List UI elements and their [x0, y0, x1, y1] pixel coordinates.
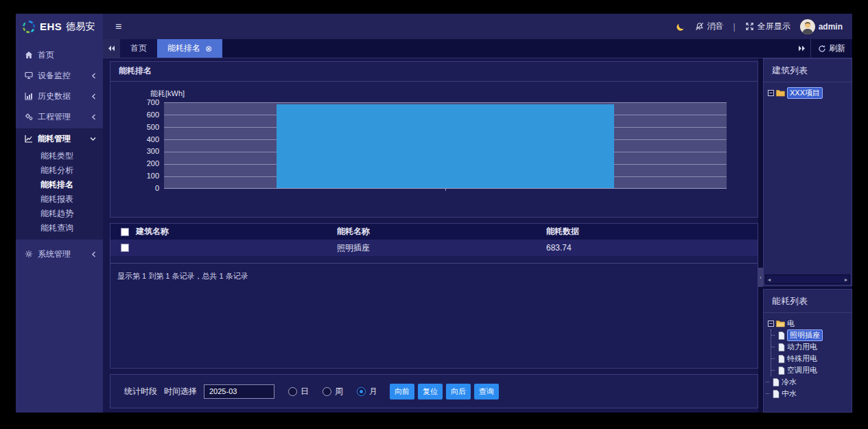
chart-y-axis-label: 能耗[kWh]: [150, 89, 185, 99]
top-header: ≡ 消音 | 全屏显示 admin: [103, 14, 852, 39]
energy-tree-node[interactable]: 特殊用电: [777, 353, 849, 364]
brand-logo: EHS 德易安: [16, 14, 103, 39]
building-list-panel: 建筑列表 − XXX项目 ◂ ▸: [763, 58, 852, 286]
row-checkbox[interactable]: [121, 244, 129, 252]
folder-icon: [776, 89, 785, 97]
building-node-label[interactable]: XXX项目: [787, 87, 823, 99]
query-button[interactable]: 查询: [474, 384, 499, 399]
home-icon: [25, 51, 33, 59]
sidebar-menu: 首页 设备监控 历史数据 工程管理 能耗管理: [16, 39, 103, 413]
fullscreen-button[interactable]: 全屏显示: [745, 21, 790, 32]
next-button[interactable]: 向后: [446, 384, 471, 399]
brand-ehs: EHS: [40, 21, 62, 32]
header-separator: |: [734, 22, 736, 32]
energy-tree-node[interactable]: 动力用电: [777, 341, 849, 353]
energy-tree: − 电 照明插座 动力用电: [764, 313, 852, 412]
energy-tree-node[interactable]: 照明插座: [777, 329, 849, 341]
energy-list-panel: 能耗列表 − 电 照明插座: [763, 289, 852, 413]
tab-home[interactable]: 首页: [120, 39, 157, 58]
mute-button[interactable]: 消音: [695, 21, 724, 32]
tab-close-icon[interactable]: ⊗: [205, 45, 212, 53]
sidebar-item-home[interactable]: 首页: [16, 45, 103, 65]
app-window: EHS 德易安 首页 设备监控 历史数据 工程管理: [16, 14, 852, 413]
x-axis-tick: [445, 188, 446, 191]
radio-day[interactable]: 日: [288, 386, 309, 397]
building-list-title: 建筑列表: [764, 59, 852, 82]
radio-dot: [288, 387, 297, 396]
sidebar-item-system-manage[interactable]: 系统管理: [16, 244, 103, 264]
refresh-label: 刷新: [829, 43, 845, 54]
sidebar-item-device-monitor[interactable]: 设备监控: [16, 65, 103, 86]
energy-node-label[interactable]: 特殊用电: [787, 353, 817, 364]
tree-collapse-icon[interactable]: −: [768, 321, 774, 327]
energy-node-label[interactable]: 空调用电: [787, 365, 817, 375]
refresh-button[interactable]: 刷新: [810, 39, 852, 58]
splitter-handle[interactable]: ‹: [758, 268, 763, 287]
mute-label: 消音: [707, 21, 724, 32]
radio-week[interactable]: 周: [322, 386, 343, 397]
scroll-right-icon[interactable]: ▸: [845, 277, 847, 283]
table-row[interactable]: 照明插座 683.74: [110, 240, 758, 256]
reset-button[interactable]: 复位: [418, 384, 443, 399]
energy-tree-node[interactable]: 空调用电: [777, 364, 849, 376]
radio-dot: [357, 387, 366, 396]
tab-energy-ranking[interactable]: 能耗排名 ⊗: [157, 39, 222, 58]
header-actions: 消音 | 全屏显示 admin: [676, 19, 843, 34]
monitor-icon: [25, 71, 33, 80]
gear-icon: [25, 250, 33, 258]
tabbar-spacer: [222, 39, 793, 58]
moon-icon[interactable]: [676, 22, 685, 32]
y-tick: 400: [147, 135, 159, 143]
sidebar-subitem-energy-analysis[interactable]: 能耗分析: [16, 163, 103, 178]
double-chevron-right-icon: [798, 45, 806, 51]
tree-expander-icon[interactable]: −: [768, 90, 774, 96]
user-menu[interactable]: admin: [800, 19, 843, 34]
energy-node-label[interactable]: 中水: [782, 389, 797, 399]
radio-label: 月: [369, 386, 377, 397]
time-input[interactable]: [204, 384, 274, 399]
y-tick: 600: [147, 111, 159, 119]
sidebar-subitem-energy-ranking[interactable]: 能耗排名: [16, 178, 103, 192]
sidebar-subitem-energy-trend[interactable]: 能耗趋势: [16, 207, 103, 221]
sidebar-subitem-energy-type[interactable]: 能耗类型: [16, 149, 103, 163]
sidebar-item-label: 历史数据: [38, 91, 86, 102]
content: 能耗排名 能耗[kWh] 700 600 500 400 300 200 100…: [103, 58, 852, 413]
energy-tree-node[interactable]: 中水: [771, 388, 849, 399]
sidebar-subitem-energy-report[interactable]: 能耗报表: [16, 192, 103, 207]
radio-label: 周: [335, 386, 343, 397]
sidebar-subitem-energy-query[interactable]: 能耗查询: [16, 221, 103, 235]
tabs-scroll-right-button[interactable]: [793, 39, 810, 58]
y-tick: 500: [147, 123, 159, 131]
table-panel: 建筑名称 能耗名称 能耗数据 照明插座 683.74 显示: [110, 223, 758, 369]
building-tree: − XXX项目: [764, 82, 852, 273]
energy-node-label[interactable]: 照明插座: [787, 329, 823, 341]
energy-node-label[interactable]: 电: [787, 318, 795, 329]
energy-node-label[interactable]: 动力用电: [787, 342, 817, 352]
radio-dot: [322, 387, 331, 396]
prev-button[interactable]: 向前: [390, 384, 414, 399]
chevron-down-icon: [90, 137, 96, 141]
chart-bar[interactable]: [277, 104, 614, 188]
energy-tree-node[interactable]: 冷水: [771, 376, 849, 388]
time-select-label: 时间选择: [164, 386, 197, 397]
scroll-left-icon[interactable]: ◂: [768, 277, 771, 283]
y-tick: 0: [155, 184, 159, 192]
energy-node-label[interactable]: 冷水: [782, 377, 797, 387]
column-header-building: 建筑名称: [136, 226, 169, 237]
brand-spinner-icon: [22, 20, 36, 34]
sidebar-item-project-manage[interactable]: 工程管理: [16, 106, 103, 127]
chevron-left-icon: [91, 73, 96, 79]
energy-tree-root[interactable]: − 电: [768, 318, 849, 329]
horizontal-scrollbar[interactable]: ◂ ▸: [765, 275, 850, 284]
sidebar-item-energy-manage[interactable]: 能耗管理: [16, 128, 103, 149]
tabs-scroll-left-button[interactable]: [103, 39, 120, 58]
sidebar-item-history-data[interactable]: 历史数据: [16, 86, 103, 106]
chevron-left-icon: [91, 114, 96, 120]
radio-month[interactable]: 月: [357, 386, 377, 397]
building-tree-root[interactable]: − XXX项目: [768, 87, 849, 99]
hamburger-menu-icon[interactable]: ≡: [115, 21, 121, 32]
double-chevron-left-icon: [108, 45, 115, 51]
select-all-checkbox[interactable]: [121, 228, 129, 236]
file-icon: [778, 332, 785, 340]
sidebar: EHS 德易安 首页 设备监控 历史数据 工程管理: [16, 14, 103, 413]
